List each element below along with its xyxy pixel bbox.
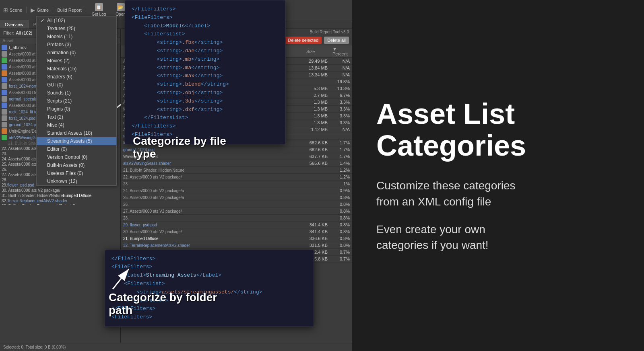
dropdown-item-label: Movies (2) bbox=[47, 58, 70, 64]
dropdown-item-standard[interactable]: Standard Assets (18) bbox=[37, 129, 116, 137]
dropdown-item-label: Useless Files (0) bbox=[47, 170, 83, 176]
delete-all-button[interactable]: Delete all bbox=[324, 37, 349, 44]
asset-icon bbox=[2, 128, 7, 134]
dropdown-item-prefabs[interactable]: Prefabs (3) bbox=[37, 41, 116, 49]
dropdown-item-scripts[interactable]: Scripts (21) bbox=[37, 97, 116, 105]
dropdown-item-label: Textures (25) bbox=[47, 26, 75, 31]
dropdown-menu[interactable]: ✓ All (102) Textures (25) Models (11) Pr… bbox=[36, 16, 117, 186]
list-item[interactable]: 30. Assets/0000 ats V2 package/ bbox=[0, 188, 120, 193]
game-tab[interactable]: Game bbox=[37, 8, 49, 12]
asset-icon bbox=[2, 83, 7, 89]
xml-overlay-bottom: </FileFilters> <FileFilters> <Label>Stre… bbox=[105, 250, 314, 327]
filter-label: Filter: bbox=[3, 31, 14, 35]
asset-icon bbox=[2, 122, 7, 127]
asset-icon bbox=[2, 70, 7, 76]
table-row[interactable]: 31. Bumped Diffuse336.6 KB0.8% bbox=[121, 235, 352, 242]
dropdown-item-shaders[interactable]: Shaders (6) bbox=[37, 73, 116, 81]
dropdown-item-streaming[interactable]: Streaming Assets (5) bbox=[37, 137, 116, 145]
build-report-tab[interactable]: Build Report bbox=[57, 8, 82, 12]
list-item[interactable]: 33. Built-in Shader: Transparent/Cutout … bbox=[0, 203, 120, 205]
dropdown-item-movies[interactable]: Movies (2) bbox=[37, 57, 116, 65]
dropdown-item-label: Models (11) bbox=[47, 34, 72, 39]
asset-icon bbox=[2, 77, 7, 82]
check-icon: ✓ bbox=[41, 18, 47, 23]
status-text: Selected: 0. Total size: 0 B (0.00%) bbox=[3, 345, 66, 349]
dropdown-item-useless[interactable]: Useless Files (0) bbox=[37, 169, 116, 177]
asset-icon bbox=[2, 115, 7, 121]
dropdown-item-label: Unknown (12) bbox=[47, 179, 77, 184]
dropdown-item-label: Plugins (0) bbox=[47, 106, 70, 112]
dropdown-item-label: Standard Assets (18) bbox=[47, 130, 92, 136]
asset-icon bbox=[2, 103, 7, 108]
dropdown-item-versionctrl[interactable]: Version Control (0) bbox=[37, 153, 116, 161]
dropdown-item-label: Built-in Assets (0) bbox=[47, 162, 85, 168]
dropdown-item-gui[interactable]: GUI (0) bbox=[37, 81, 116, 89]
dropdown-item-plugins[interactable]: Plugins (0) bbox=[37, 105, 116, 113]
asset-icon bbox=[2, 135, 7, 140]
scene-tab[interactable]: Scene bbox=[10, 8, 22, 12]
dropdown-item-builtin[interactable]: Built-in Assets (0) bbox=[37, 161, 116, 169]
asset-icon bbox=[2, 96, 7, 102]
col-percent: ▼ Percent bbox=[330, 45, 352, 58]
get-log-icon: 📋 bbox=[95, 3, 103, 11]
info-body: Even create your owncategories if you wa… bbox=[376, 222, 620, 253]
editor-panel: ⊞ Scene ▶ Game Build Report 📋 Get Log 📂 … bbox=[0, 0, 352, 351]
dropdown-item-all[interactable]: ✓ All (102) bbox=[37, 16, 116, 25]
scene-section: ⊞ Scene bbox=[3, 7, 27, 13]
dropdown-item-text[interactable]: Text (2) bbox=[37, 113, 116, 121]
asset-icon bbox=[2, 45, 7, 50]
table-row[interactable]: atsV2WavingGrass.shader565.6 KB1.4% bbox=[121, 160, 352, 167]
table-row[interactable]: 27. Assets/0000 ats V2 package/0.8% bbox=[121, 208, 352, 215]
info-title: Asset ListCategories bbox=[376, 98, 620, 162]
asset-icon bbox=[2, 57, 7, 63]
table-row[interactable]: 28.0.8% bbox=[121, 215, 352, 222]
xml-overlay-top: </FileFilters> <FileFilters> <Label>Mode… bbox=[125, 0, 286, 144]
dropdown-item-sounds[interactable]: Sounds (1) bbox=[37, 89, 116, 97]
dropdown-item-materials[interactable]: Materials (15) bbox=[37, 65, 116, 73]
dropdown-item-unknown[interactable]: Unknown (12) bbox=[37, 177, 116, 185]
col-size: Size bbox=[304, 45, 330, 58]
tab-overview[interactable]: Overview bbox=[0, 20, 29, 29]
asset-icon bbox=[2, 64, 7, 70]
dropdown-item-label: Misc (4) bbox=[47, 122, 64, 128]
info-panel: Asset ListCategories Customize these cat… bbox=[352, 0, 644, 351]
table-row[interactable]: 25. Assets/0000 ats V2 package/a0.8% bbox=[121, 194, 352, 201]
dropdown-item-misc[interactable]: Misc (4) bbox=[37, 121, 116, 129]
table-row[interactable]: 24. Assets/0000 ats V2 package/a0.9% bbox=[121, 187, 352, 194]
table-row[interactable]: 26.0.8% bbox=[121, 201, 352, 208]
table-row[interactable]: ground_1024.psd682.6 KB1.7% bbox=[121, 146, 352, 153]
dropdown-item-label: Editor (0) bbox=[47, 146, 67, 152]
dropdown-item-label: Scripts (21) bbox=[47, 98, 72, 104]
dropdown-item-animation[interactable]: Animation (0) bbox=[37, 49, 116, 57]
dropdown-item-label: Shaders (6) bbox=[47, 74, 72, 80]
table-row[interactable]: 22. Assets/0000 ats V2 package/1.2% bbox=[121, 174, 352, 181]
table-row[interactable]: 21. Built-in Shader: Hidden/Nature1.2% bbox=[121, 167, 352, 174]
dropdown-item-label: Version Control (0) bbox=[47, 154, 87, 160]
info-subtitle: Customize these categoriesfrom an XML co… bbox=[376, 178, 620, 209]
dropdown-item-label: Streaming Assets (5) bbox=[47, 138, 92, 144]
table-row[interactable]: WavingDoublePass637.7 KB1.7% bbox=[121, 153, 352, 160]
filter-value[interactable]: All (102) bbox=[16, 31, 33, 35]
dropdown-item-label: Animation (0) bbox=[47, 50, 76, 55]
get-log-btn[interactable]: 📋 Get Log bbox=[90, 2, 108, 17]
list-item[interactable]: 31. Built-in Shader: Hidden/Nature Bumpe… bbox=[0, 193, 120, 198]
table-row[interactable]: 30. Assets/0000 ats V2 package/341.4 KB0… bbox=[121, 228, 352, 235]
open-icon: 📂 bbox=[117, 3, 125, 11]
dropdown-item-label: All (102) bbox=[47, 18, 65, 23]
asset-icon bbox=[2, 90, 7, 95]
dropdown-item-label: Sounds (1) bbox=[47, 90, 71, 96]
dropdown-item-editor[interactable]: Editor (0) bbox=[37, 145, 116, 153]
delete-selected-button[interactable]: Delete selected bbox=[285, 37, 322, 44]
asset-icon bbox=[2, 51, 7, 57]
table-row[interactable]: 29. flower_psd.psd341.4 KB0.8% bbox=[121, 222, 352, 228]
list-item[interactable]: 32. TerrainReplacementAtsV2.shader bbox=[0, 198, 120, 203]
table-row[interactable]: 32. TerrainReplacementAtsV2.shader331.5 … bbox=[121, 242, 352, 249]
dropdown-item-textures[interactable]: Textures (25) bbox=[37, 25, 116, 33]
table-row[interactable]: 23.1% bbox=[121, 181, 352, 187]
build-report-section: Build Report bbox=[57, 8, 86, 12]
dropdown-item-label: Materials (15) bbox=[47, 66, 76, 72]
dropdown-item-models[interactable]: Models (11) bbox=[37, 33, 116, 41]
dropdown-item-label: GUI (0) bbox=[47, 82, 63, 88]
status-bar: Selected: 0. Total size: 0 B (0.00%) bbox=[0, 343, 352, 351]
dropdown-item-label: Text (2) bbox=[47, 114, 63, 120]
